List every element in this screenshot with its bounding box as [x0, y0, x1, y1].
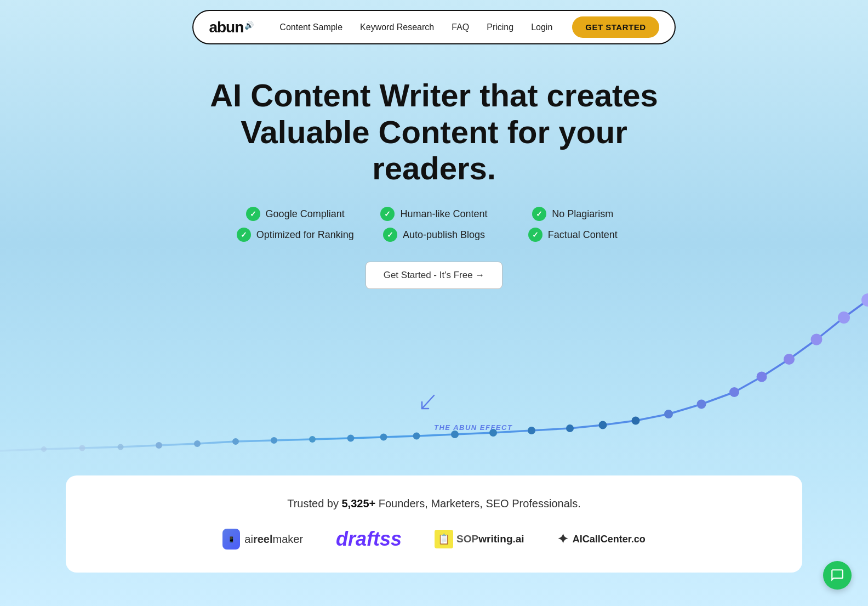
nav-content-sample[interactable]: Content Sample: [279, 22, 342, 32]
feature-factual: Factual Content: [504, 228, 642, 242]
hero-cta-button[interactable]: Get Started - It's Free →: [366, 262, 503, 289]
feature-no-plagiarism: No Plagiarism: [504, 207, 642, 221]
feature-label-factual: Factual Content: [548, 229, 618, 241]
svg-point-21: [784, 354, 795, 365]
chart-container: THE ABUN EFFECT: [0, 289, 868, 465]
svg-point-19: [729, 387, 739, 397]
features-grid: Google Compliant Human-like Content No P…: [226, 207, 642, 242]
hero-headline: AI Content Writer that creates Valuable …: [187, 77, 681, 187]
feature-label-google: Google Compliant: [266, 208, 345, 220]
svg-point-13: [528, 427, 535, 434]
logo-aicallcenter: ✦ AICallCenter.co: [557, 531, 646, 547]
logo-draftss: draftss: [336, 528, 402, 551]
svg-point-23: [838, 312, 850, 324]
trusted-count: 5,325+: [341, 497, 375, 509]
nav-keyword-research[interactable]: Keyword Research: [360, 22, 434, 32]
svg-point-5: [232, 438, 239, 445]
svg-point-15: [599, 421, 607, 429]
feature-label-plagiarism: No Plagiarism: [552, 208, 613, 220]
svg-point-3: [156, 442, 162, 449]
svg-point-7: [309, 436, 316, 443]
logo-sopwriting: 📋 SOPwriting.ai: [435, 530, 524, 548]
logo-sound-icon: 🔊: [244, 21, 253, 30]
svg-point-6: [271, 437, 277, 444]
aireelmaker-text: aireelmaker: [244, 533, 303, 546]
check-icon-factual: [528, 228, 542, 242]
svg-point-10: [413, 433, 420, 440]
svg-point-20: [757, 372, 767, 382]
chat-icon: [830, 568, 844, 582]
chat-button[interactable]: [823, 561, 852, 590]
growth-chart: [0, 289, 868, 465]
nav-login[interactable]: Login: [531, 22, 552, 32]
svg-point-9: [380, 434, 387, 441]
feature-label-optimized: Optimized for Ranking: [256, 229, 354, 241]
hero-headline-line2: Valuable Content for your readers.: [241, 114, 627, 186]
svg-point-14: [566, 424, 574, 432]
trusted-text: Trusted by 5,325+ Founders, Marketers, S…: [99, 497, 769, 510]
feature-label-autopublish: Auto-publish Blogs: [403, 229, 485, 241]
nav-container: abun 🔊 Content Sample Keyword Research F…: [192, 10, 675, 44]
svg-point-17: [664, 410, 673, 418]
svg-point-2: [118, 444, 124, 450]
check-icon-autopublish: [383, 228, 397, 242]
feature-human-like: Human-like Content: [364, 207, 503, 221]
trusted-prefix: Trusted by: [287, 497, 341, 509]
check-icon-human: [380, 207, 395, 221]
logo[interactable]: abun 🔊: [209, 19, 253, 36]
nav-get-started-button[interactable]: GET STARTED: [572, 16, 659, 38]
feature-autopublish: Auto-publish Blogs: [364, 228, 503, 242]
draftss-text: draftss: [336, 528, 402, 551]
check-icon-google: [246, 207, 260, 221]
nav-pricing[interactable]: Pricing: [487, 22, 513, 32]
svg-point-22: [811, 334, 823, 346]
feature-optimized: Optimized for Ranking: [226, 228, 364, 242]
logo-aireelmaker: 📱 aireelmaker: [222, 529, 303, 550]
nav-faq[interactable]: FAQ: [452, 22, 469, 32]
feature-label-human: Human-like Content: [400, 208, 487, 220]
svg-point-18: [697, 400, 706, 409]
sopwriting-icon: 📋: [435, 530, 453, 548]
logos-row: 📱 aireelmaker draftss 📋 SOPwriting.ai ✦ …: [99, 528, 769, 551]
check-icon-plagiarism: [532, 207, 546, 221]
svg-point-0: [41, 446, 47, 452]
hero-headline-line1: AI Content Writer that creates: [210, 77, 658, 113]
feature-google-compliant: Google Compliant: [226, 207, 364, 221]
check-icon-optimized: [237, 228, 251, 242]
abun-effect-arrow: [418, 391, 439, 415]
svg-point-4: [194, 440, 201, 447]
svg-point-1: [79, 445, 85, 451]
svg-point-11: [451, 431, 459, 438]
logo-text: abun: [209, 19, 243, 36]
navbar: abun 🔊 Content Sample Keyword Research F…: [0, 0, 868, 44]
svg-line-25: [422, 395, 434, 409]
sopwriting-text: SOPwriting.ai: [456, 533, 524, 545]
aireelmaker-icon: 📱: [222, 529, 240, 550]
aicallcenter-text: AICallCenter.co: [573, 534, 646, 545]
nav-links: Content Sample Keyword Research FAQ Pric…: [279, 22, 552, 32]
aicallcenter-icon: ✦: [557, 531, 568, 547]
svg-point-8: [347, 435, 355, 442]
abun-effect-label: THE ABUN EFFECT: [434, 423, 512, 432]
trusted-section: Trusted by 5,325+ Founders, Marketers, S…: [66, 475, 802, 573]
svg-point-16: [632, 417, 640, 425]
hero-section: AI Content Writer that creates Valuable …: [0, 44, 868, 300]
trusted-suffix: Founders, Marketers, SEO Professionals.: [375, 497, 581, 509]
